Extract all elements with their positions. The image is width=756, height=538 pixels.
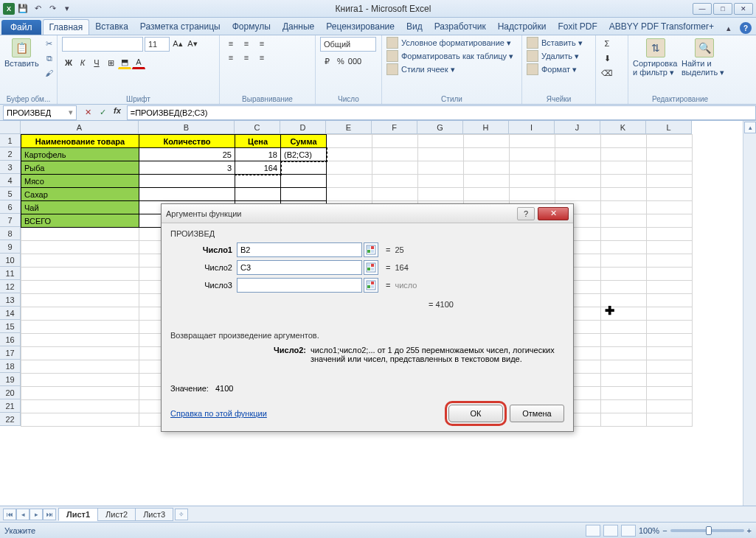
cell[interactable]: [647, 161, 693, 175]
cell[interactable]: [647, 254, 693, 268]
bold-button[interactable]: Ж: [62, 56, 75, 69]
cell[interactable]: [327, 175, 372, 188]
cell[interactable]: Наименование товара: [21, 135, 139, 148]
cell[interactable]: [21, 228, 139, 241]
cell[interactable]: [555, 135, 601, 148]
cell[interactable]: [235, 188, 281, 201]
format-as-table-button[interactable]: Форматировать как таблицу ▾: [386, 50, 513, 62]
cell[interactable]: [139, 175, 235, 188]
qat-save-icon[interactable]: 💾: [16, 2, 30, 15]
arg-input[interactable]: [237, 278, 362, 293]
cell[interactable]: [647, 228, 693, 241]
tab-nav-prev-icon[interactable]: ◂: [16, 509, 30, 520]
zoom-out-icon[interactable]: −: [662, 526, 667, 535]
row-header[interactable]: 10: [0, 254, 21, 267]
sheet-tab[interactable]: Лист1: [58, 508, 98, 521]
cell[interactable]: [601, 241, 647, 254]
row-header[interactable]: 20: [0, 386, 21, 399]
font-size-select[interactable]: [145, 37, 170, 52]
cell[interactable]: [510, 188, 555, 201]
cell[interactable]: [555, 188, 601, 201]
cell[interactable]: [555, 148, 601, 161]
cell[interactable]: Сахар: [21, 188, 139, 201]
cancel-button[interactable]: Отмена: [510, 405, 564, 422]
ribbon-tab[interactable]: ABBYY PDF Transformer+: [603, 19, 720, 35]
clear-icon[interactable]: ⌫: [600, 66, 614, 80]
cell[interactable]: [601, 321, 647, 334]
format-cells-button[interactable]: Формат ▾: [527, 63, 577, 75]
cell[interactable]: [601, 188, 647, 201]
cell[interactable]: [21, 374, 139, 387]
column-header[interactable]: K: [600, 121, 646, 134]
cell[interactable]: Сумма: [281, 135, 327, 148]
grow-font-icon[interactable]: A▴: [171, 37, 184, 50]
column-header[interactable]: F: [372, 121, 417, 134]
cell[interactable]: [647, 135, 693, 148]
comma-icon[interactable]: 000: [348, 55, 361, 68]
fx-icon[interactable]: fx: [111, 106, 124, 119]
cell[interactable]: [647, 175, 693, 188]
italic-button[interactable]: К: [76, 56, 89, 69]
align-mid-icon[interactable]: ≡: [240, 37, 253, 50]
column-header[interactable]: H: [463, 121, 509, 134]
fill-color-icon[interactable]: ⬒: [118, 56, 131, 69]
cell[interactable]: [647, 281, 693, 294]
cell[interactable]: [647, 307, 693, 321]
border-icon[interactable]: ⊞: [104, 56, 117, 69]
view-break-icon[interactable]: [621, 525, 636, 537]
cell[interactable]: [601, 175, 647, 188]
ribbon-tab[interactable]: Разработчик: [429, 19, 492, 35]
cell[interactable]: [647, 374, 693, 387]
cell[interactable]: [327, 135, 372, 148]
cell[interactable]: [21, 347, 139, 360]
sheet-tab[interactable]: Лист2: [97, 508, 136, 521]
formula-input[interactable]: [127, 105, 756, 120]
ribbon-tab[interactable]: Рецензирование: [320, 19, 400, 35]
tab-nav-first-icon[interactable]: ⏮: [3, 509, 16, 520]
font-color-icon[interactable]: A: [132, 56, 145, 69]
cell[interactable]: [21, 307, 139, 321]
cell[interactable]: [647, 360, 693, 374]
underline-button[interactable]: Ч: [90, 56, 103, 69]
tab-nav-next-icon[interactable]: ▸: [30, 509, 43, 520]
cell-styles-button[interactable]: Стили ячеек ▾: [386, 63, 455, 75]
cell[interactable]: [601, 201, 647, 214]
new-sheet-icon[interactable]: ✧: [175, 509, 188, 520]
column-header[interactable]: I: [509, 121, 555, 134]
column-header[interactable]: D: [280, 121, 326, 134]
cell[interactable]: [601, 334, 647, 347]
cell[interactable]: [464, 161, 510, 175]
row-header[interactable]: 19: [0, 373, 21, 386]
cell[interactable]: [601, 161, 647, 175]
row-header[interactable]: 8: [0, 227, 21, 240]
row-header[interactable]: 18: [0, 360, 21, 373]
row-header[interactable]: 4: [0, 174, 21, 187]
cell[interactable]: (B2;C3): [281, 148, 327, 161]
dialog-help-icon[interactable]: ?: [517, 207, 535, 220]
arg-input[interactable]: [237, 260, 362, 275]
cell[interactable]: [647, 268, 693, 281]
cell[interactable]: [464, 148, 510, 161]
row-header[interactable]: 16: [0, 333, 21, 346]
cell[interactable]: [601, 228, 647, 241]
ribbon-tab[interactable]: Вставка: [89, 19, 134, 35]
cell[interactable]: Картофель: [21, 148, 139, 161]
cell[interactable]: [372, 135, 418, 148]
cell[interactable]: [21, 387, 139, 400]
cell[interactable]: [647, 387, 693, 400]
align-top-icon[interactable]: ≡: [224, 37, 237, 50]
cell[interactable]: [647, 241, 693, 254]
cell[interactable]: [647, 201, 693, 214]
ribbon-tab[interactable]: Вид: [400, 19, 429, 35]
percent-icon[interactable]: %: [334, 55, 347, 68]
zoom-slider[interactable]: [670, 529, 744, 532]
cell[interactable]: [601, 135, 647, 148]
cell[interactable]: [555, 161, 601, 175]
row-header[interactable]: 7: [0, 214, 21, 227]
cell[interactable]: [647, 321, 693, 334]
row-header[interactable]: 22: [0, 413, 21, 426]
cell[interactable]: 3: [139, 161, 235, 175]
number-format-select[interactable]: [320, 37, 376, 52]
cell[interactable]: [647, 334, 693, 347]
ribbon-tab[interactable]: Надстройки: [492, 19, 552, 35]
